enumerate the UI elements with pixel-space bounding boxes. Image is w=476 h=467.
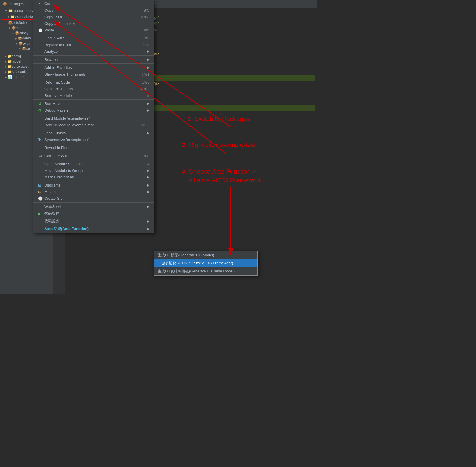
tree-arrow-4: ▼: [12, 32, 14, 35]
tree-label-9: config: [12, 54, 21, 58]
menu-item-synchronize[interactable]: ↻Synchronize 'example-test': [33, 136, 154, 143]
menu-item-code-service[interactable]: 代码服务 ▶: [33, 217, 154, 225]
folder-icon-6: 📁: [8, 70, 12, 74]
tree-label-11: servicetest: [12, 65, 28, 69]
menu-item-compare-with[interactable]: 🗂Compare With... ⌘D: [33, 152, 154, 159]
separator-9: [33, 152, 154, 152]
optimize-icon: [38, 87, 43, 91]
separator-1: [33, 34, 154, 34]
copy-path-shortcut: ⇧⌘C: [140, 15, 149, 19]
separator-11: [33, 181, 154, 181]
move-arrow: ▶: [147, 169, 149, 172]
tree-label-13: Libraries: [12, 75, 25, 79]
rebuild-icon: [38, 123, 43, 127]
folder-icon-5: 📁: [8, 65, 12, 69]
menu-item-copy[interactable]: Copy ⌘C: [33, 7, 154, 14]
menu-item-create-gist[interactable]: ⚪Create Gist...: [33, 195, 154, 202]
menu-item-find-path[interactable]: Find in Path... ^⇧F: [33, 35, 154, 42]
annotation-step1: 1. Switch to Packages: [188, 115, 250, 123]
tree-label-7: exam: [23, 42, 31, 46]
sync-icon: ↻: [38, 138, 43, 142]
menu-item-code-scan[interactable]: ▶代码扫描: [33, 210, 154, 217]
menu-item-copy-path[interactable]: Copy Path ⇧⌘C: [33, 14, 154, 20]
submenu-item-generate-do[interactable]: 生成DO模型(Generate DO Model): [154, 251, 257, 259]
menu-item-show-image[interactable]: Show Image Thumbnails ⇧⌘T: [33, 71, 154, 78]
menu-item-replace-path[interactable]: Replace in Path... ^⇧R: [33, 42, 154, 48]
menu-item-run-maven[interactable]: ⚙Run Maven ▶: [33, 100, 154, 107]
mark-icon: [38, 175, 43, 179]
refactor-icon: [38, 57, 43, 62]
tree-label-12: sofaconfig: [12, 70, 28, 74]
tree-arrow: ▼: [5, 9, 8, 12]
menu-item-build-module[interactable]: Build Module 'example-test': [33, 115, 154, 122]
menu-item-remove-module[interactable]: Remove Module ⊠: [33, 92, 154, 99]
tree-label-2: example-test: [15, 15, 36, 19]
paste-shortcut: ⌘V: [144, 28, 149, 32]
favorites-icon: [38, 65, 43, 70]
lib-icon: 📊: [8, 75, 12, 79]
copy-path-icon: [38, 15, 43, 19]
menu-item-paste[interactable]: 📋Paste ⌘V: [33, 27, 154, 33]
gist-icon: ⚪: [38, 196, 43, 201]
rebuild-shortcut: ⇧⌘F9: [139, 123, 149, 127]
package-icon: 📦: [8, 21, 12, 25]
tree-label-10: model: [12, 59, 21, 63]
build-icon: [38, 116, 43, 120]
menu-item-acts-function[interactable]: Acts 功能(Acts Function) ▶: [33, 225, 154, 233]
history-arrow: ▶: [147, 131, 149, 135]
menu-item-debug-maven[interactable]: ⚙Debug Maven ▶: [33, 107, 154, 114]
package-icon-4: 📦: [18, 36, 22, 40]
menu-item-cut[interactable]: ✂Cut: [33, 0, 154, 7]
copy-plain-icon: [38, 21, 43, 26]
remove-icon: [38, 93, 43, 98]
optimize-shortcut: ⌥⌘O: [139, 87, 149, 91]
cut-icon: ✂: [38, 1, 43, 6]
tree-arrow-10: ▶: [5, 65, 7, 68]
service-icon: [38, 219, 43, 223]
separator-7: [33, 129, 154, 129]
menu-item-reformat[interactable]: Reformat Code ⌥⌘L: [33, 79, 154, 86]
folder-icon: 📁: [8, 9, 12, 13]
ws-icon: [38, 204, 43, 209]
tree-arrow-3: ▼: [8, 27, 11, 30]
tree-label-4: com: [16, 26, 23, 30]
menu-item-local-history[interactable]: Local History ▶: [33, 130, 154, 136]
folder-icon-3: 📁: [8, 54, 12, 58]
menu-item-open-settings[interactable]: Open Module Settings F4: [33, 161, 154, 167]
compare-shortcut: ⌘D: [143, 154, 149, 158]
tab-close-3[interactable]: ×: [155, 2, 157, 5]
analyze-arrow: ▶: [147, 50, 149, 53]
menu-item-reveal-finder[interactable]: Reveal in Finder: [33, 144, 154, 151]
separator-4: [33, 78, 154, 78]
history-icon: [38, 131, 43, 135]
menu-item-maven[interactable]: mMaven ▶: [33, 189, 154, 195]
run-maven-icon: ⚙: [38, 101, 43, 106]
submenu-item-initialize-acts[interactable]: 一键初始化ACTS(Initialize ACTS Framework): [154, 259, 257, 267]
menu-item-move-module[interactable]: Move Module to Group ▶: [33, 167, 154, 174]
tree-arrow-5: ▶: [15, 37, 17, 40]
annotation-step2: 2. Right click example-test: [182, 141, 256, 149]
image-shortcut: ⇧⌘T: [141, 72, 149, 76]
maven-arrow: ▶: [147, 190, 149, 194]
menu-item-copy-plain[interactable]: Copy as Plain Text: [33, 20, 154, 27]
favorites-arrow: ▶: [147, 66, 149, 69]
debug-maven-arrow: ▶: [147, 108, 149, 112]
submenu-item-generate-db[interactable]: 生成DB表结构模板(Generate DB Table Model): [154, 267, 257, 275]
menu-item-webservices[interactable]: WebServices ▶: [33, 203, 154, 210]
menu-item-rebuild-module[interactable]: Rebuild Module 'example-test' ⇧⌘F9: [33, 122, 154, 128]
tree-arrow-2: ▼: [7, 15, 10, 18]
menu-item-diagrams[interactable]: ⊞Diagrams ▶: [33, 182, 154, 189]
image-icon: [38, 72, 43, 76]
menu-item-optimize-imports[interactable]: Optimize Imports ⌥⌘O: [33, 86, 154, 92]
maven-icon: m: [38, 190, 43, 194]
menu-item-analyze[interactable]: Analyze ▶: [33, 48, 154, 55]
copy-icon: [38, 8, 43, 12]
context-menu: ✂Cut Copy ⌘C Copy Path ⇧⌘C Copy as Plain…: [33, 0, 154, 233]
tree-arrow-11: ▶: [5, 70, 7, 74]
submenu-label-2: 一键初始化ACTS(Initialize ACTS Framework): [158, 261, 233, 266]
separator-6: [33, 114, 154, 114]
folder-icon-4: 📁: [8, 59, 12, 63]
menu-item-mark-directory[interactable]: Mark Directory as ▶: [33, 174, 154, 180]
menu-item-refactor[interactable]: Refactor ▶: [33, 56, 154, 63]
menu-item-add-favorites[interactable]: Add to Favorites ▶: [33, 64, 154, 71]
